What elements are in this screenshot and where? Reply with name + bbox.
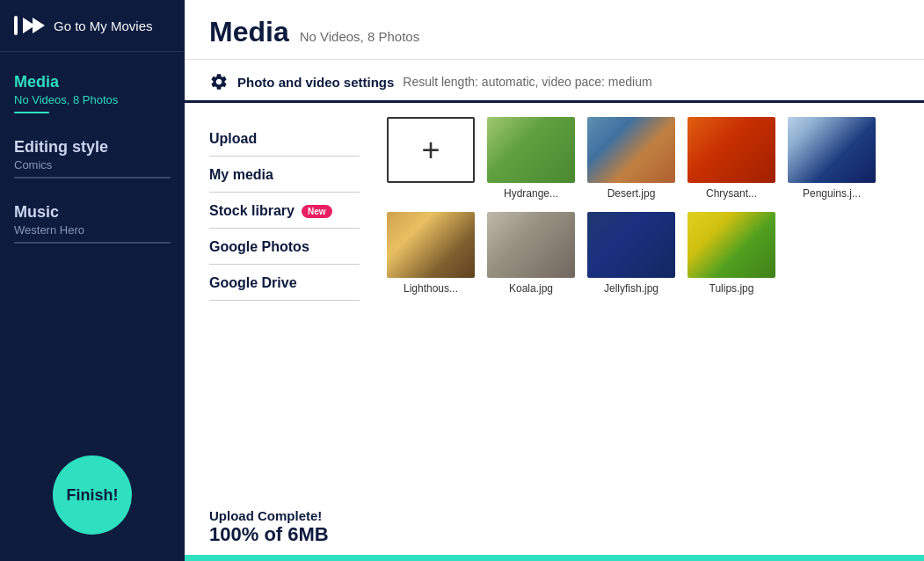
media-item-koala[interactable]: Koala.jpg [487,212,575,295]
nav-item-upload[interactable]: Upload [209,120,360,157]
bottom-progress-bar [185,555,924,561]
media-label-lighthouse: Lighthous... [404,282,458,295]
media-thumb-desert [587,117,675,183]
media-label-penguins: Penguins.j... [803,187,861,200]
media-grid-wrapper: +Hydrange...Desert.jpgChrysant...Penguin… [378,103,924,555]
new-badge-stock_library: New [302,205,332,218]
nav-item-stock_library[interactable]: Stock libraryNew [209,193,360,229]
nav-item-google_drive[interactable]: Google Drive [209,265,360,301]
sidebar: Go to My Movies Media No Videos, 8 Photo… [0,0,185,561]
nav-item-label-stock_library: Stock library [209,203,295,219]
media-item-penguins[interactable]: Penguins.j... [788,117,876,200]
bottom-progress-fill [185,555,924,561]
media-item-add[interactable]: + [387,117,475,200]
sidebar-item-editing-style[interactable]: Editing style Comics [14,138,171,178]
media-underline [14,112,49,113]
media-thumb-koala [487,212,575,278]
media-title: Media [14,73,171,91]
media-subtitle: No Videos, 8 Photos [14,93,171,106]
media-thumb-lighthouse [387,212,475,278]
gear-icon [209,72,229,91]
page-subtitle: No Videos, 8 Photos [300,29,419,44]
settings-label[interactable]: Photo and video settings [237,75,394,90]
finish-button[interactable]: Finish! [53,455,132,535]
media-thumb-hydrangea [487,117,575,183]
go-to-my-movies-button[interactable]: Go to My Movies [0,0,185,52]
media-thumb-tulips [688,212,775,278]
media-thumb-jellyfish [587,212,675,278]
music-underline [14,242,171,244]
media-item-lighthouse[interactable]: Lighthous... [387,212,475,295]
left-nav: UploadMy mediaStock libraryNewGoogle Pho… [185,103,378,318]
media-label-jellyfish: Jellyfish.jpg [604,282,658,295]
finish-button-wrapper: Finish! [0,455,185,561]
media-thumb-penguins [788,117,876,183]
logo-icon [14,16,45,35]
nav-item-my_media[interactable]: My media [209,157,360,193]
media-label-tulips: Tulips.jpg [709,282,754,295]
media-grid: +Hydrange...Desert.jpgChrysant...Penguin… [387,117,906,295]
editing-style-underline [14,177,171,178]
nav-item-google_photos[interactable]: Google Photos [209,229,360,265]
music-subtitle: Western Hero [14,223,171,237]
sidebar-item-music[interactable]: Music Western Hero [14,203,171,244]
media-label-koala: Koala.jpg [509,282,553,295]
media-label-desert: Desert.jpg [608,187,656,200]
settings-description: Result length: automatic, video pace: me… [403,75,651,89]
add-media-button[interactable]: + [387,117,475,183]
content-area: UploadMy mediaStock libraryNewGoogle Pho… [185,103,924,555]
settings-bar[interactable]: Photo and video settings Result length: … [185,60,924,103]
editing-style-subtitle: Comics [14,158,171,171]
media-label-chrysant: Chrysant... [706,187,757,200]
media-item-tulips[interactable]: Tulips.jpg [688,212,775,295]
media-item-desert[interactable]: Desert.jpg [587,117,675,200]
nav-item-label-google_photos: Google Photos [209,239,309,255]
nav-item-label-google_drive: Google Drive [209,275,297,291]
media-item-chrysant[interactable]: Chrysant... [688,117,775,200]
upload-complete-label: Upload Complete! [209,508,353,523]
upload-percent: 100% of 6MB [209,523,353,546]
page-title: Media [209,16,289,48]
upload-status: Upload Complete! 100% of 6MB [185,491,378,555]
sidebar-item-media[interactable]: Media No Videos, 8 Photos [14,73,171,113]
left-section: UploadMy mediaStock libraryNewGoogle Pho… [185,103,378,555]
media-thumb-chrysant [688,117,775,183]
music-title: Music [14,203,171,222]
editing-style-title: Editing style [14,138,171,157]
media-label-hydrangea: Hydrange... [504,187,558,200]
sidebar-header-label: Go to My Movies [54,18,153,33]
sidebar-nav: Media No Videos, 8 Photos Editing style … [0,52,185,455]
media-item-hydrangea[interactable]: Hydrange... [487,117,575,200]
nav-item-label-upload: Upload [209,131,257,147]
nav-item-label-my_media: My media [209,167,273,183]
main-header: Media No Videos, 8 Photos [185,0,924,60]
main-content: Media No Videos, 8 Photos Photo and vide… [185,0,924,561]
media-item-jellyfish[interactable]: Jellyfish.jpg [587,212,675,295]
